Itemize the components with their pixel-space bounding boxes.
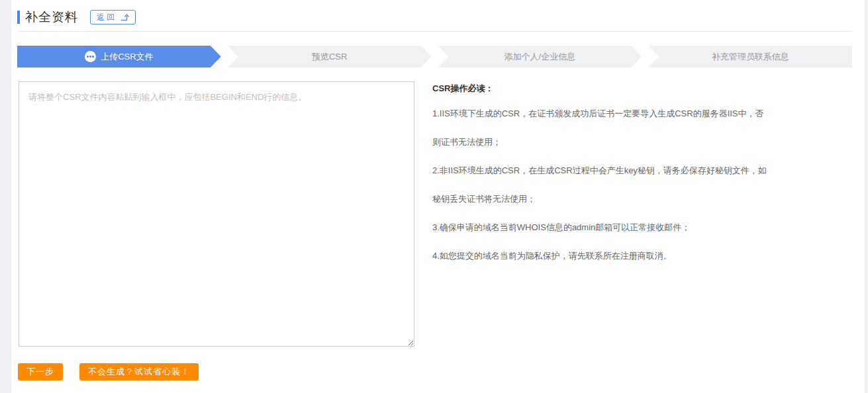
content-area: CSR操作必读： 1.IIS环境下生成的CSR，在证书颁发成功后证书一定要导入生…: [17, 81, 852, 347]
step-admin-contact[interactable]: 补充管理员联系信息: [648, 46, 852, 67]
step-label: 预览CSR: [312, 51, 347, 63]
step-label: 补充管理员联系信息: [712, 51, 789, 63]
next-button[interactable]: 下一步: [18, 363, 63, 380]
notice-item: 1.IIS环境下生成的CSR，在证书颁发成功后证书一定要导入生成CSR的服务器I…: [432, 99, 768, 156]
back-button-label: 返回: [97, 12, 117, 23]
page-title: 补全资料: [25, 9, 78, 26]
easy-install-button[interactable]: 不会生成？试试省心装！: [79, 363, 199, 380]
action-bar: 下一步 不会生成？试试省心装！: [18, 363, 852, 380]
return-arrow-icon: [121, 13, 129, 21]
main-panel: 补全资料 返回 上传CSR文件 预览CSR 添加个人/企业信息 补充管理员联系信…: [11, 0, 865, 393]
csr-input[interactable]: [19, 81, 414, 347]
wizard-stepper: 上传CSR文件 预览CSR 添加个人/企业信息 补充管理员联系信息: [17, 46, 852, 67]
notice-item: 4.如您提交的域名当前为隐私保护，请先联系所在注册商取消。: [432, 241, 768, 270]
csr-notice-panel: CSR操作必读： 1.IIS环境下生成的CSR，在证书颁发成功后证书一定要导入生…: [432, 81, 768, 347]
ellipsis-circle-icon: [85, 51, 96, 62]
notice-item: 2.非IIS环境生成的CSR，在生成CSR过程中会产生key秘钥，请务必保存好秘…: [432, 156, 768, 213]
step-label: 上传CSR文件: [101, 51, 153, 63]
step-add-info[interactable]: 添加个人/企业信息: [438, 46, 642, 67]
page-header: 补全资料 返回: [17, 9, 852, 25]
step-preview-csr[interactable]: 预览CSR: [228, 46, 432, 67]
notice-title: CSR操作必读：: [432, 83, 768, 95]
notice-item: 3.确保申请的域名当前WHOIS信息的admin邮箱可以正常接收邮件；: [432, 213, 768, 241]
title-accent-bar: [17, 11, 20, 24]
back-button[interactable]: 返回: [90, 10, 136, 24]
step-label: 添加个人/企业信息: [505, 51, 576, 63]
step-upload-csr[interactable]: 上传CSR文件: [17, 46, 221, 67]
header-divider: [17, 31, 852, 32]
